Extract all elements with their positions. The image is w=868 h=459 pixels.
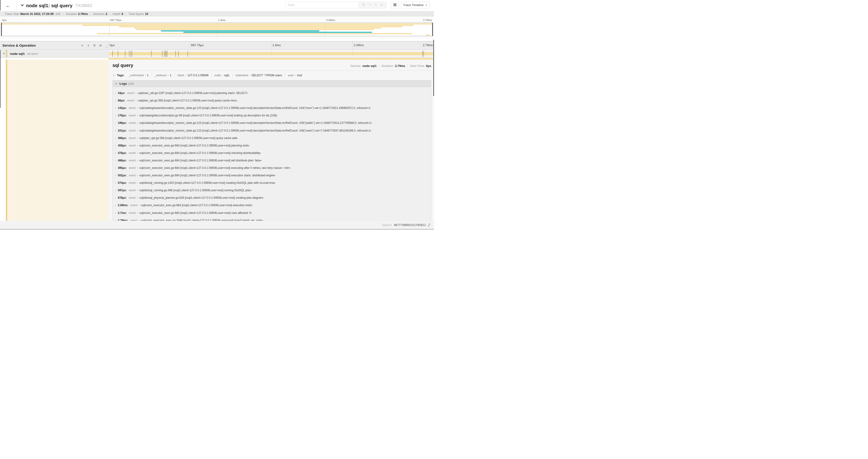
logs-header[interactable]: Logs (18) <box>113 80 431 87</box>
log-expander-icon: › <box>115 211 118 215</box>
left-scrollbar-thumb-top[interactable] <box>0 0 0 10</box>
log-timestamp: 495μs: <box>118 166 127 170</box>
trace-meta-item: Trace StartMarch 31 2022, 17:25:09.326 <box>2 12 63 15</box>
log-equals: = <box>136 189 138 192</box>
log-entry-row[interactable]: ›495μs:event=‹sql/conn_executor_exec.go:… <box>113 164 431 172</box>
tags-row[interactable]: Tags: _unfinished=1_verbose=1client=127.… <box>113 73 431 77</box>
log-equals: = <box>136 174 138 177</box>
log-marker-tick <box>167 51 167 57</box>
log-event-value: ‹sql/conn_executor_exec.go:684 [nsql1,cl… <box>139 144 250 147</box>
next-match-icon[interactable] <box>374 3 377 7</box>
gridline <box>271 50 272 57</box>
spanid-label: SpanID: <box>382 223 392 227</box>
meta-label: Duration <box>66 12 77 15</box>
meta-label: Total Spans <box>129 12 144 15</box>
log-timestamp: 189μs: <box>118 121 127 125</box>
log-entry-row[interactable]: ›176μs:event=‹sql/catalog/descs/descript… <box>113 112 431 119</box>
right-scrollbar-thumb[interactable] <box>433 40 434 96</box>
log-entry-row[interactable]: ›574μs:event=‹sql/distsql_running.go:142… <box>113 179 431 187</box>
log-event-value: ‹sql/conn_executor_exec.go:684 [nsql1,cl… <box>139 159 262 162</box>
log-entry-row[interactable]: ›476μs:event=‹sql/conn_executor_exec.go:… <box>113 149 431 157</box>
deep-link-icon[interactable] <box>427 223 431 227</box>
log-entry-row[interactable]: ›34μs:event=‹sql/exec_util.go:2297 [nsql… <box>113 89 431 97</box>
log-timestamp: 502μs: <box>118 174 127 177</box>
expand-all-icon[interactable] <box>99 44 102 47</box>
keyboard-shortcuts-button[interactable]: ⌘ <box>391 2 399 8</box>
detail-meta-label: Service: <box>350 64 361 68</box>
log-entry-row[interactable]: ›366μs:event=‹sql/plan_opt.go:358 [nsql1… <box>113 134 431 142</box>
tag-key: node <box>214 74 221 77</box>
detail-meta-pair: Duration:2.79ms <box>379 64 408 68</box>
time-tick-label: 2.79ms <box>423 43 433 47</box>
log-expander-icon: › <box>115 136 118 140</box>
detail-left-column <box>7 60 108 221</box>
back-button[interactable]: ← <box>0 0 17 11</box>
meta-label: Depth <box>113 12 120 15</box>
log-entry-row[interactable]: ›486μs:event=‹sql/conn_executor_exec.go:… <box>113 157 431 164</box>
collapse-span-icon[interactable] <box>3 52 5 56</box>
trace-timeline-page: ← node sql1: sql query 7418682 ⌘ Trace T… <box>0 0 434 230</box>
collapse-trace-icon[interactable] <box>21 3 24 8</box>
minimap-left-handle[interactable] <box>1 23 2 36</box>
tag-value: SELECT * FROM users <box>251 74 282 77</box>
span-row-name-cell[interactable]: node sql1 sql query <box>0 50 108 57</box>
meta-value: 6 <box>122 12 123 15</box>
log-equals: = <box>138 204 140 207</box>
locate-icon[interactable] <box>362 3 365 7</box>
tag-pill[interactable]: user=root <box>285 73 305 77</box>
log-field-name: event <box>129 106 135 110</box>
log-entry-row[interactable]: ›142μs:event=‹sql/catalog/lease/descript… <box>113 104 431 112</box>
tag-value: sql1 <box>224 74 229 77</box>
prev-match-icon[interactable] <box>368 3 371 7</box>
log-timestamp: 574μs: <box>118 181 127 185</box>
log-entry-row[interactable]: ›80μs:event=‹sql/plan_opt.go:358 [nsql1,… <box>113 97 431 104</box>
clear-find-icon[interactable] <box>380 3 383 7</box>
log-marker-tick <box>129 51 129 57</box>
span-detail-meta: Service:node sql1Duration:2.79msStart Ti… <box>348 64 431 68</box>
gridline <box>271 41 272 50</box>
tag-pill[interactable]: statement=SELECT * FROM users <box>232 73 285 77</box>
column-resize-grip[interactable]: ∥ <box>106 45 107 48</box>
tag-key: statement <box>236 74 248 77</box>
log-entry-row[interactable]: ›201μs:event=‹sql/catalog/lease/descript… <box>113 127 431 134</box>
tag-pill[interactable]: _unfinished=1 <box>126 73 151 77</box>
log-entry-row[interactable]: ›189μs:event=‹sql/catalog/lease/descript… <box>113 119 431 127</box>
detail-meta-label: Start Time: <box>410 64 425 68</box>
tag-pill[interactable]: client=127.0.0.1:59936 <box>175 73 212 77</box>
minimap-span-bar <box>97 33 412 34</box>
minimap-span-bar <box>183 32 372 33</box>
log-expander-icon: › <box>115 91 118 95</box>
meta-label: Services <box>93 12 104 15</box>
log-field-name: event <box>129 114 135 117</box>
detail-meta-label: Duration: <box>381 64 394 68</box>
log-entry-row[interactable]: ›502μs:event=‹sql/conn_executor_exec.go:… <box>113 172 431 179</box>
log-entry-row[interactable]: ›459μs:event=‹sql/conn_executor_exec.go:… <box>113 142 431 149</box>
log-entry-row[interactable]: ›2.7ms:event=‹sql/conn_executor_exec.go:… <box>113 209 431 217</box>
meta-value-suffix: .326 <box>55 12 60 15</box>
log-entry-row[interactable]: ›2.69ms:event=‹sql/conn_executor_exec.go… <box>113 201 431 209</box>
tag-pill[interactable]: node=sql1 <box>212 73 232 77</box>
minimap-right-handle[interactable] <box>432 23 433 36</box>
log-marker-tick <box>132 51 132 57</box>
log-entry-row[interactable]: ›597μs:event=‹sql/distsql_running.go:498… <box>113 187 431 194</box>
left-scrollbar-thumb[interactable] <box>0 50 0 108</box>
log-timestamp: 366μs: <box>118 136 127 140</box>
log-field-name: event <box>129 159 135 162</box>
collapse-one-icon[interactable] <box>81 44 84 47</box>
minimap-span-bar <box>119 26 402 27</box>
time-tick-label: 2.09ms <box>326 19 335 22</box>
log-field-name: event <box>129 174 135 177</box>
minimap-canvas[interactable] <box>1 23 433 36</box>
log-equals: = <box>136 167 138 169</box>
tag-equals: = <box>167 74 169 77</box>
trace-view-select[interactable]: Trace Timeline <box>401 2 430 8</box>
collapse-all-icon[interactable] <box>93 44 96 47</box>
detail-meta-value: 0μs <box>426 64 431 68</box>
log-entry-row[interactable]: ›678μs:event=‹sql/distsql_physical_plann… <box>113 194 431 201</box>
time-tick-label: 1.4ms <box>218 19 225 22</box>
expand-one-icon[interactable] <box>87 44 90 47</box>
tag-pill[interactable]: _verbose=1 <box>152 73 175 77</box>
log-expander-icon: › <box>115 99 118 102</box>
find-input[interactable] <box>286 2 359 8</box>
meta-value: March 31 2022, 17:25:09 <box>20 12 54 15</box>
